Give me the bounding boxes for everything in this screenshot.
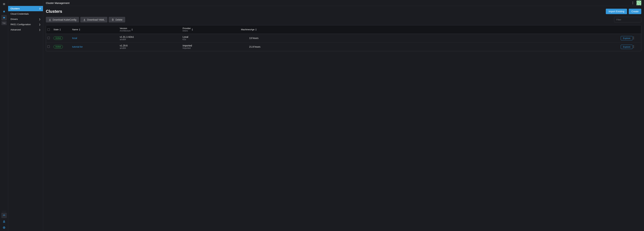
distro-value: K3s bbox=[182, 38, 230, 41]
download-kubeconfig-button[interactable]: Download KubeConfig bbox=[46, 17, 79, 23]
table-row: Active tutorial-ke v1.29.6 amd64 Importe… bbox=[46, 43, 641, 51]
download-yaml-button[interactable]: Download YAML bbox=[80, 17, 107, 23]
home-icon[interactable] bbox=[1, 9, 7, 14]
explore-button[interactable]: Explore bbox=[621, 45, 632, 49]
distro-value: Imported bbox=[182, 47, 230, 49]
svg-point-6 bbox=[632, 4, 633, 4]
age-value: 3 hours bbox=[250, 37, 271, 40]
svg-point-12 bbox=[634, 47, 634, 48]
age-value: 1.8 hours bbox=[250, 45, 271, 48]
chevron-right-icon: ❯ bbox=[39, 29, 40, 31]
machines-value: 2 bbox=[230, 45, 250, 48]
row-checkbox[interactable] bbox=[48, 37, 50, 39]
cluster-name-link[interactable]: local bbox=[72, 37, 77, 40]
th-version[interactable]: Version Architecture ▲▼ bbox=[120, 27, 182, 32]
architecture-value: amd64 bbox=[120, 47, 182, 49]
svg-point-10 bbox=[634, 45, 634, 46]
sort-icon: ▲▼ bbox=[255, 28, 257, 31]
button-label: Download KubeConfig bbox=[53, 18, 76, 21]
menu-icon[interactable] bbox=[1, 1, 7, 7]
row-kebab-icon[interactable] bbox=[632, 36, 640, 41]
explore-button[interactable]: Explore bbox=[621, 36, 632, 40]
sidebar-header-spacer bbox=[8, 0, 43, 6]
select-all-checkbox[interactable] bbox=[48, 29, 50, 31]
sidebar-item-advanced[interactable]: Advanced ❯ bbox=[8, 27, 43, 32]
architecture-value: amd64 bbox=[120, 38, 182, 41]
sidebar-item-badge: 2 bbox=[40, 7, 40, 10]
sidebar-item-rke1-configuration[interactable]: RKE1 Configuration ❯ bbox=[8, 22, 43, 27]
sailboat-icon[interactable] bbox=[1, 219, 7, 224]
th-state[interactable]: State ▲▼ bbox=[54, 28, 72, 31]
main: Cluster Management Clusters Import Exist… bbox=[43, 0, 644, 231]
kebab-menu-icon[interactable] bbox=[631, 1, 634, 5]
version-value: v1.31.1+k3s1 bbox=[120, 36, 182, 38]
svg-point-9 bbox=[634, 39, 634, 39]
trash-icon bbox=[112, 18, 114, 21]
sidebar-item-clusters[interactable]: Clusters 2 bbox=[8, 6, 43, 11]
rail-divider bbox=[2, 211, 6, 211]
table-header-row: State ▲▼ Name ▲▼ Version Architecture ▲▼ bbox=[46, 25, 641, 34]
provider-value: Imported bbox=[182, 44, 230, 47]
sort-icon: ▲▼ bbox=[79, 28, 80, 31]
page-breadcrumb: Cluster Management bbox=[46, 2, 70, 5]
svg-point-5 bbox=[632, 3, 633, 3]
button-label: Delete bbox=[116, 18, 122, 21]
machines-value: 1 bbox=[230, 37, 250, 40]
dashboard-icon[interactable] bbox=[1, 213, 7, 218]
download-icon bbox=[83, 18, 86, 21]
download-icon bbox=[48, 18, 51, 21]
cow-icon[interactable] bbox=[1, 15, 7, 21]
th-age[interactable]: Age ▲▼ bbox=[250, 28, 271, 31]
sidebar-item-label: Advanced bbox=[10, 29, 21, 31]
row-kebab-icon[interactable] bbox=[632, 45, 640, 49]
table-row: Active local v1.31.1+k3s1 amd64 Local K3… bbox=[46, 34, 641, 43]
chevron-right-icon: ❯ bbox=[39, 18, 40, 21]
rail-tle-label[interactable]: TLE bbox=[1, 21, 7, 25]
sidebar-item-label: Cloud Credentials bbox=[10, 13, 29, 15]
th-provider[interactable]: Provider Distro ▲▼ bbox=[182, 27, 230, 32]
left-rail: TLE bbox=[0, 0, 8, 231]
sidebar-item-label: Clusters bbox=[10, 7, 20, 10]
avatar[interactable] bbox=[636, 1, 641, 5]
chevron-right-icon: ❯ bbox=[39, 23, 40, 26]
button-label: Download YAML bbox=[87, 18, 104, 21]
topbar: Cluster Management bbox=[43, 0, 644, 6]
sort-icon: ▲▼ bbox=[59, 28, 61, 31]
page-title: Clusters bbox=[46, 9, 62, 14]
sidebar-item-label: RKE1 Configuration bbox=[10, 23, 31, 26]
sidebar-item-drivers[interactable]: Drivers ❯ bbox=[8, 17, 43, 22]
th-name[interactable]: Name ▲▼ bbox=[72, 28, 120, 31]
provider-value: Local bbox=[182, 36, 230, 38]
svg-point-8 bbox=[634, 38, 634, 38]
sort-icon: ▲▼ bbox=[131, 28, 133, 31]
sort-icon: ▲▼ bbox=[192, 28, 193, 31]
state-badge: Active bbox=[54, 36, 63, 40]
svg-point-7 bbox=[634, 37, 634, 37]
sidebar: Clusters 2 Cloud Credentials Drivers ❯ R… bbox=[8, 0, 43, 231]
version-value: v1.29.6 bbox=[120, 44, 182, 47]
th-machines[interactable]: Machines bbox=[230, 28, 250, 31]
sidebar-item-label: Drivers bbox=[10, 18, 18, 21]
state-badge: Active bbox=[54, 45, 63, 49]
create-button[interactable]: Create bbox=[629, 9, 641, 14]
filter-input[interactable] bbox=[614, 17, 641, 23]
clusters-table: State ▲▼ Name ▲▼ Version Architecture ▲▼ bbox=[46, 25, 641, 51]
svg-point-4 bbox=[632, 2, 633, 2]
cluster-name-link[interactable]: tutorial-ke bbox=[72, 45, 82, 48]
svg-point-11 bbox=[634, 46, 634, 47]
row-checkbox[interactable] bbox=[48, 45, 50, 48]
globe-icon[interactable] bbox=[1, 225, 7, 230]
import-existing-button[interactable]: Import Existing bbox=[606, 9, 627, 14]
delete-button[interactable]: Delete bbox=[109, 17, 125, 23]
sidebar-item-cloud-credentials[interactable]: Cloud Credentials bbox=[8, 11, 43, 17]
